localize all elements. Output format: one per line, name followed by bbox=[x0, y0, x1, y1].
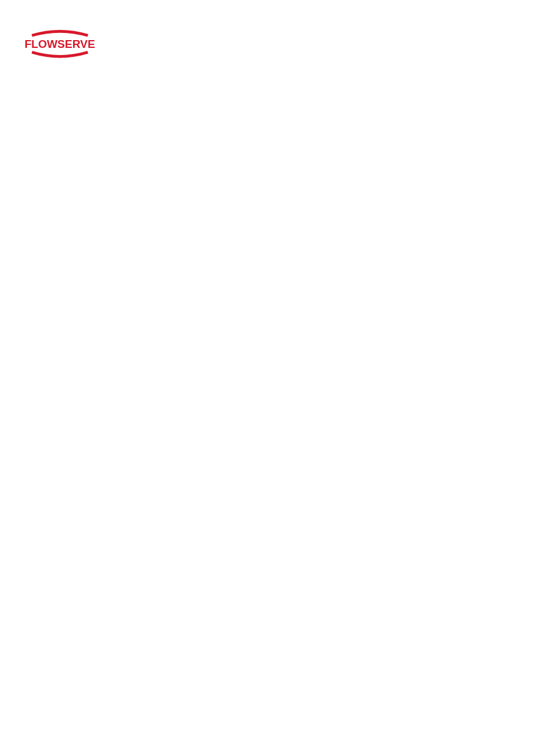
page-logo: FLOWSERVE bbox=[18, 30, 102, 58]
svg-text:FLOWSERVE: FLOWSERVE bbox=[25, 38, 95, 50]
